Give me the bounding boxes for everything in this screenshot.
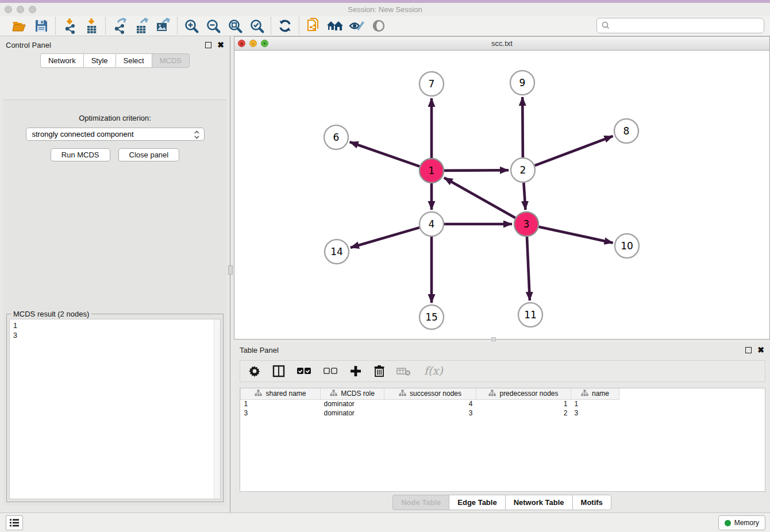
export-network-icon[interactable] <box>111 17 128 34</box>
zoom-fit-icon[interactable] <box>226 17 244 34</box>
tab-mcds[interactable]: MCDS <box>152 53 190 68</box>
cell-successor-nodes[interactable]: 3 <box>384 408 476 418</box>
hide-graphics-icon[interactable] <box>370 17 387 34</box>
network-window-titlebar[interactable]: x - + scc.txt <box>234 37 769 51</box>
edge-2-3[interactable] <box>523 183 525 210</box>
column-header-successor-nodes[interactable]: successor nodes <box>384 388 476 399</box>
node-1[interactable]: 1 <box>419 159 444 183</box>
tab-network[interactable]: Network <box>40 53 83 68</box>
node-14[interactable]: 14 <box>325 240 349 264</box>
maximize-window-icon[interactable] <box>29 6 36 13</box>
dropdown-selected-value: strongly connected component <box>32 130 134 138</box>
node-11[interactable]: 11 <box>518 303 542 327</box>
node-table[interactable]: shared nameMCDS rolesuccessor nodesprede… <box>240 388 765 492</box>
cell-name[interactable]: 3 <box>571 408 619 418</box>
column-header-shared-name[interactable]: shared name <box>241 388 321 399</box>
cell-shared-name[interactable]: 1 <box>241 399 321 408</box>
refresh-icon[interactable] <box>276 17 294 34</box>
node-6[interactable]: 6 <box>324 125 348 149</box>
edge-2-8[interactable] <box>535 136 613 165</box>
clone-network-icon[interactable] <box>305 17 322 34</box>
node-15[interactable]: 15 <box>419 305 444 329</box>
node-8[interactable]: 8 <box>614 119 638 143</box>
cell-name[interactable]: 1 <box>571 399 619 408</box>
tab-network-table[interactable]: Network Table <box>505 495 572 510</box>
table-row[interactable]: 3dominator323 <box>241 408 765 418</box>
float-panel-icon[interactable] <box>205 42 211 48</box>
node-3[interactable]: 3 <box>514 212 538 236</box>
network-view-window: x - + scc.txt 7968124314101511 <box>234 36 770 340</box>
cell-predecessor-nodes[interactable]: 1 <box>476 399 571 408</box>
column-header-filler <box>619 388 765 399</box>
table-toolbar: f(x) <box>240 360 765 382</box>
cell-successor-nodes[interactable]: 4 <box>384 399 476 408</box>
close-table-panel-icon[interactable]: ✖ <box>757 347 764 353</box>
export-table-icon[interactable] <box>133 17 150 34</box>
tab-motifs[interactable]: Motifs <box>572 495 611 510</box>
window-titlebar[interactable]: Session: New Session <box>0 3 770 16</box>
edge-3-1[interactable] <box>444 178 515 218</box>
style-visibility-icon[interactable] <box>348 17 365 34</box>
deselect-all-icon[interactable] <box>323 367 338 376</box>
cell-shared-name[interactable]: 3 <box>241 408 321 418</box>
table-panel: Table Panel ✖ f(x) shared nameMCDS roles… <box>234 343 770 512</box>
minimize-window-icon[interactable] <box>17 6 24 13</box>
memory-label: Memory <box>734 519 759 527</box>
close-panel-icon[interactable]: ✖ <box>217 42 224 48</box>
export-image-icon[interactable] <box>155 17 172 34</box>
svg-text:8: 8 <box>623 125 630 137</box>
node-4[interactable]: 4 <box>419 212 444 236</box>
control-panel: Control Panel ✖ NetworkStyleSelectMCDS O… <box>0 36 230 512</box>
import-network-icon[interactable] <box>61 17 78 34</box>
cell-filler <box>619 408 765 418</box>
add-column-icon[interactable] <box>349 365 362 377</box>
run-mcds-button[interactable]: Run MCDS <box>51 148 110 161</box>
zoom-selected-icon[interactable] <box>248 17 265 34</box>
home-icon[interactable] <box>326 17 344 34</box>
edge-3-10[interactable] <box>539 227 613 243</box>
tab-select[interactable]: Select <box>116 53 152 68</box>
node-10[interactable]: 10 <box>615 234 639 258</box>
table-row[interactable]: 1dominator411 <box>241 399 765 408</box>
edge-1-6[interactable] <box>350 142 420 167</box>
optimization-criterion-dropdown[interactable]: strongly connected component <box>26 128 205 141</box>
open-session-icon[interactable] <box>11 17 28 34</box>
tab-edge-table[interactable]: Edge Table <box>449 495 505 510</box>
close-window-icon[interactable] <box>5 6 12 13</box>
horizontal-divider-grip[interactable] <box>491 337 496 341</box>
search-icon <box>601 21 610 32</box>
result-scrollbar[interactable] <box>214 319 220 499</box>
search-input[interactable] <box>596 18 764 33</box>
select-all-icon[interactable] <box>297 367 311 376</box>
svg-text:2: 2 <box>520 164 526 176</box>
split-panel-icon[interactable] <box>272 365 285 377</box>
edge-1-2[interactable] <box>444 170 509 171</box>
node-2[interactable]: 2 <box>511 158 535 182</box>
network-canvas[interactable]: 7968124314101511 <box>234 51 769 339</box>
task-history-button[interactable] <box>6 515 23 530</box>
column-header-name[interactable]: name <box>571 388 619 399</box>
cell-MCDS-role[interactable]: dominator <box>321 408 384 418</box>
import-table-icon[interactable] <box>83 17 100 34</box>
column-header-predecessor-nodes[interactable]: predecessor nodes <box>476 388 571 399</box>
edge-3-11[interactable] <box>527 237 530 300</box>
tab-node-table[interactable]: Node Table <box>392 495 449 510</box>
cell-predecessor-nodes[interactable]: 2 <box>476 408 571 418</box>
tab-style[interactable]: Style <box>83 53 116 68</box>
save-session-icon[interactable] <box>33 17 50 34</box>
edge-2-9[interactable] <box>522 97 523 157</box>
memory-button[interactable]: Memory <box>718 515 765 530</box>
cell-MCDS-role[interactable]: dominator <box>321 399 384 408</box>
close-panel-button[interactable]: Close panel <box>118 148 180 161</box>
edge-4-14[interactable] <box>351 228 419 248</box>
float-table-panel-icon[interactable] <box>745 347 752 353</box>
delete-column-icon[interactable] <box>374 365 385 377</box>
node-7[interactable]: 7 <box>419 72 444 96</box>
column-header-MCDS-role[interactable]: MCDS role <box>321 388 384 399</box>
table-settings-icon[interactable] <box>248 365 261 377</box>
zoom-out-icon[interactable] <box>205 17 222 34</box>
panel-divider-grip[interactable] <box>228 265 233 275</box>
mcds-result-text[interactable]: 13 <box>9 319 221 499</box>
node-9[interactable]: 9 <box>510 71 534 95</box>
zoom-in-icon[interactable] <box>183 17 200 34</box>
